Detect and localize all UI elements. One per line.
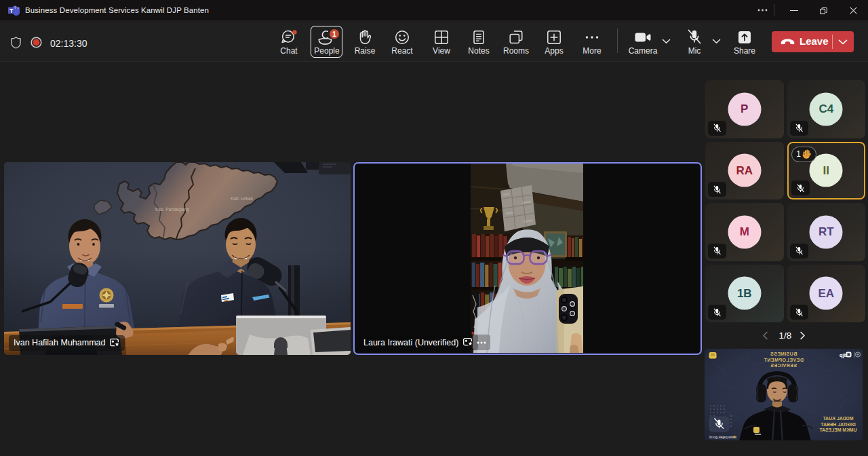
svg-text:Kab. Pandeglang: Kab. Pandeglang <box>155 207 189 212</box>
svg-text:UMKM MELESAT: UMKM MELESAT <box>819 428 857 432</box>
svg-text:DEVELOPMENT: DEVELOPMENT <box>764 358 804 362</box>
svg-text:Kab. Lebak: Kab. Lebak <box>231 196 254 201</box>
svg-text:MODAL KUAT: MODAL KUAT <box>823 416 854 421</box>
svg-text:BUSINESS: BUSINESS <box>770 352 797 356</box>
svg-text:DIGITAL HEBAT: DIGITAL HEBAT <box>820 422 855 427</box>
svg-text:1: 1 <box>332 30 336 38</box>
svg-text:www.pajak.go.id: www.pajak.go.id <box>709 435 737 439</box>
svg-text:SERVICES: SERVICES <box>770 363 797 368</box>
svg-text:djp: djp <box>839 352 847 358</box>
